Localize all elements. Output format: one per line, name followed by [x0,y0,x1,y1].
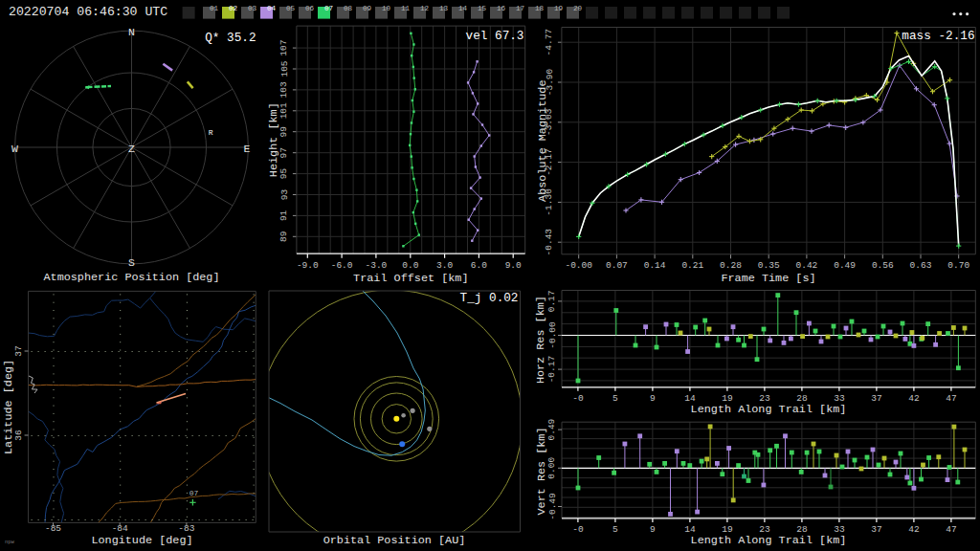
svg-text:-0.17: -0.17 [547,356,558,384]
svg-text:E: E [244,143,251,155]
svg-text:N: N [128,26,135,38]
svg-text:W: W [11,143,18,155]
svg-text:-0.00: -0.00 [547,321,558,349]
svg-text:03: 03 [248,5,257,12]
svg-text:42: 42 [908,524,920,535]
svg-text:42: 42 [908,393,920,404]
svg-text:0.49: 0.49 [834,260,856,271]
svg-text:9.0: 9.0 [505,260,522,271]
svg-text:Latitude [deg]: Latitude [deg] [2,360,15,454]
svg-text:20: 20 [573,5,583,12]
svg-text:20220704 06:46:30 UTC: 20220704 06:46:30 UTC [9,5,167,19]
svg-text:95: 95 [279,168,290,180]
svg-text:Z: Z [128,143,135,155]
svg-text:07: 07 [324,5,333,12]
svg-text:105: 105 [279,60,290,77]
svg-text:11: 11 [401,5,411,12]
svg-text:-6.0: -6.0 [331,260,353,271]
svg-text:37: 37 [13,345,24,356]
svg-text:-0.49: -0.49 [547,493,558,520]
svg-text:Height [km]: Height [km] [267,102,280,177]
svg-text:93: 93 [279,189,290,201]
svg-text:Atmospheric Position [deg]: Atmospheric Position [deg] [43,271,219,284]
svg-text:Vert Res [km]: Vert Res [km] [535,427,548,515]
svg-text:09: 09 [363,5,372,12]
svg-text:17: 17 [516,5,524,12]
svg-text:Q* 35.2: Q* 35.2 [205,31,256,45]
svg-text:9: 9 [650,393,656,404]
svg-text:47: 47 [946,524,956,535]
svg-text:12: 12 [420,5,430,12]
svg-text:-0: -0 [572,393,584,404]
svg-text:103: 103 [279,81,290,98]
svg-text:Horz Res [km]: Horz Res [km] [535,296,548,384]
svg-text:16: 16 [497,5,506,12]
svg-text:Trail Offset [km]: Trail Offset [km] [353,272,468,285]
svg-text:19: 19 [554,5,564,12]
svg-text:R: R [209,128,213,137]
svg-text:0.56: 0.56 [872,260,894,271]
svg-text:0.00: 0.00 [547,457,558,479]
svg-text:0.35: 0.35 [758,260,780,271]
svg-text:13: 13 [439,5,449,12]
svg-text:-83: -83 [178,523,194,534]
svg-text:0.0: 0.0 [402,260,418,271]
svg-text:Longitude [deg]: Longitude [deg] [91,534,192,547]
svg-text:05: 05 [286,5,296,12]
svg-text:15: 15 [478,5,487,12]
svg-text:91: 91 [279,209,290,221]
svg-text:04: 04 [267,5,277,12]
svg-text:0.70: 0.70 [947,260,969,271]
svg-text:T_j 0.02: T_j 0.02 [460,291,519,305]
svg-text:-0.43: -0.43 [545,229,555,256]
svg-text:6.0: 6.0 [471,260,487,271]
svg-text:-84: -84 [112,523,128,534]
svg-text:0.17: 0.17 [547,290,558,312]
svg-text:S: S [128,256,135,269]
svg-text:Length Along Trail [km]: Length Along Trail [km] [691,403,847,416]
svg-text:07: 07 [189,489,199,497]
svg-text:10: 10 [382,5,391,12]
svg-text:89: 89 [279,231,290,242]
svg-text:0.07: 0.07 [606,260,628,271]
svg-text:18: 18 [535,5,545,12]
svg-text:0.49: 0.49 [547,418,558,440]
svg-text:99: 99 [279,126,290,138]
svg-text:0.42: 0.42 [795,260,817,271]
svg-text:107: 107 [279,40,290,56]
svg-text:5: 5 [612,393,618,404]
svg-text:08: 08 [344,5,353,12]
svg-text:01: 01 [210,5,219,12]
svg-text:Orbital Position [AU]: Orbital Position [AU] [323,534,466,547]
svg-text:Frame Time [s]: Frame Time [s] [721,272,815,285]
svg-text:npw: npw [5,539,15,545]
svg-text:02: 02 [229,5,238,12]
svg-text:47: 47 [946,393,956,404]
svg-text:Length Along Trail [km]: Length Along Trail [km] [691,534,847,547]
svg-text:0.63: 0.63 [910,260,932,271]
svg-text:-4.77: -4.77 [545,29,555,56]
svg-text:06: 06 [305,5,315,12]
svg-text:3.0: 3.0 [436,260,453,271]
svg-text:-0: -0 [572,524,584,535]
svg-text:vel 67.3: vel 67.3 [466,29,524,43]
svg-text:9: 9 [650,524,656,535]
svg-text:-0.00: -0.00 [565,260,592,271]
svg-text:0.14: 0.14 [644,260,666,271]
svg-text:-3.0: -3.0 [365,260,387,271]
svg-text:0.28: 0.28 [720,260,742,271]
svg-text:0.21: 0.21 [681,260,703,271]
svg-text:14: 14 [458,5,468,12]
svg-text:-9.0: -9.0 [297,260,319,271]
svg-text:mass -2.16: mass -2.16 [902,29,974,43]
svg-text:37: 37 [871,524,881,535]
svg-text:-85: -85 [45,523,61,534]
svg-text:101: 101 [279,102,290,119]
svg-text:97: 97 [279,147,290,158]
svg-text:5: 5 [612,524,618,535]
svg-text:Absolute Magnitude: Absolute Magnitude [537,79,550,201]
svg-text:37: 37 [871,393,881,404]
